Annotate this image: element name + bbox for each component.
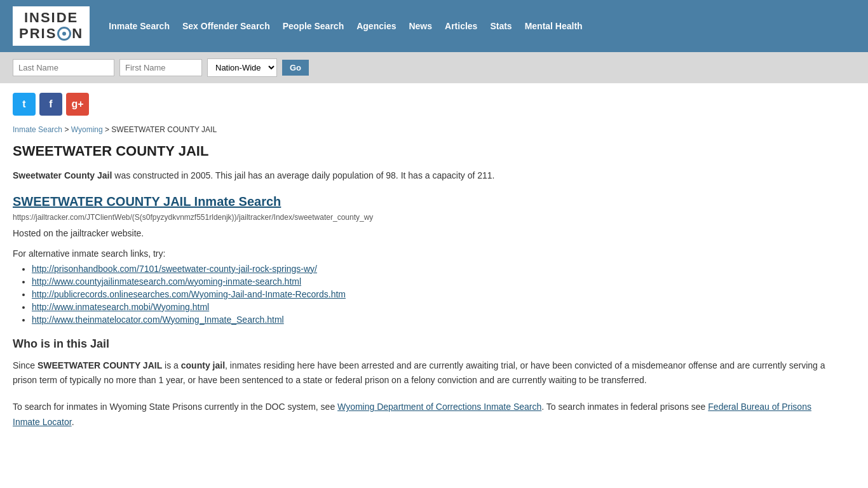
inmate-search-main-link[interactable]: SWEETWATER COUNTY JAIL Inmate Search [13,194,839,209]
googleplus-button[interactable]: g+ [66,93,89,116]
wyoming-doc-link[interactable]: Wyoming Department of Corrections Inmate… [337,402,541,412]
nav-mental-health[interactable]: Mental Health [525,21,583,31]
main-content: Inmate Search > Wyoming > SWEETWATER COU… [0,119,851,449]
facebook-button[interactable]: f [39,93,62,116]
breadcrumb-inmate-search[interactable]: Inmate Search [13,125,62,134]
jail-name-who-bold: SWEETWATER COUNTY JAIL [37,360,162,370]
alt-link-2[interactable]: http://www.countyjailinmatesearch.com/wy… [32,276,301,287]
breadcrumb-current: SWEETWATER COUNTY JAIL [111,125,217,134]
main-nav: Inmate Search Sex Offender Search People… [109,21,582,31]
search-go-button[interactable]: Go [282,60,309,76]
who-text-intro: Since [13,360,37,370]
who-section-title: Who is in this Jail [13,337,839,351]
logo-o-icon [57,27,71,41]
wyoming-text-2: . To search inmates in federal prisons s… [541,402,708,412]
googleplus-icon: g+ [71,98,83,110]
list-item: http://prisonhandbook.com/7101/sweetwate… [32,264,839,274]
alt-search-label: For alternative inmate search links, try… [13,248,839,259]
nav-agencies[interactable]: Agencies [356,21,396,31]
nav-people-search[interactable]: People Search [283,21,344,31]
nav-news[interactable]: News [409,21,432,31]
breadcrumb: Inmate Search > Wyoming > SWEETWATER COU… [13,125,839,134]
logo-inside-text: INSIDE [19,10,83,25]
twitter-button[interactable]: t [13,93,36,116]
wyoming-text-3: . [72,417,74,427]
list-item: http://www.countyjailinmatesearch.com/wy… [32,276,839,287]
page-title: SWEETWATER COUNTY JAIL [13,143,839,159]
list-item: http://www.theinmatelocator.com/Wyoming_… [32,315,839,325]
breadcrumb-sep1: > [64,125,71,134]
alt-link-5[interactable]: http://www.theinmatelocator.com/Wyoming_… [32,315,284,325]
nav-articles[interactable]: Articles [445,21,477,31]
breadcrumb-sep2: > [105,125,111,134]
search-bar: Nation-Wide Alabama Alaska Arizona Wyomi… [0,52,868,83]
site-logo[interactable]: INSIDE PRIS N [13,6,90,46]
facebook-icon: f [49,98,52,110]
nav-inmate-search[interactable]: Inmate Search [109,21,170,31]
jail-description: Sweetwater County Jail was constructed i… [13,168,839,182]
nav-sex-offender-search[interactable]: Sex Offender Search [182,21,270,31]
logo-prison-text: PRIS N [19,25,83,42]
last-name-input[interactable] [13,59,114,76]
description-rest: was constructed in 2005. This jail has a… [112,170,494,180]
breadcrumb-wyoming[interactable]: Wyoming [71,125,103,134]
who-text-mid: is a [162,360,181,370]
county-jail-bold: county jail [181,360,225,370]
wyoming-doc-text: To search for inmates in Wyoming State P… [13,400,839,430]
alt-link-4[interactable]: http://www.inmatesearch.mobi/Wyoming.htm… [32,302,209,312]
state-dropdown[interactable]: Nation-Wide Alabama Alaska Arizona Wyomi… [207,58,277,77]
alt-links-list: http://prisonhandbook.com/7101/sweetwate… [13,264,839,325]
hosted-text: Hosted on the jailtracker website. [13,228,839,238]
list-item: http://www.inmatesearch.mobi/Wyoming.htm… [32,302,839,312]
jail-name-bold: Sweetwater County Jail [13,170,112,180]
who-in-jail-text: Since SWEETWATER COUNTY JAIL is a county… [13,358,839,389]
inmate-search-url: https://jailtracker.com/JTClientWeb/(S(s… [13,213,839,222]
social-icons-bar: t f g+ [0,83,868,119]
nav-stats[interactable]: Stats [490,21,512,31]
alt-link-3[interactable]: http://publicrecords.onlinesearches.com/… [32,289,346,299]
twitter-icon: t [22,98,25,110]
alt-link-1[interactable]: http://prisonhandbook.com/7101/sweetwate… [32,264,317,274]
list-item: http://publicrecords.onlinesearches.com/… [32,289,839,299]
first-name-input[interactable] [119,59,202,76]
site-header: INSIDE PRIS N Inmate Search Sex Offender… [0,0,868,52]
wyoming-text-1: To search for inmates in Wyoming State P… [13,402,337,412]
